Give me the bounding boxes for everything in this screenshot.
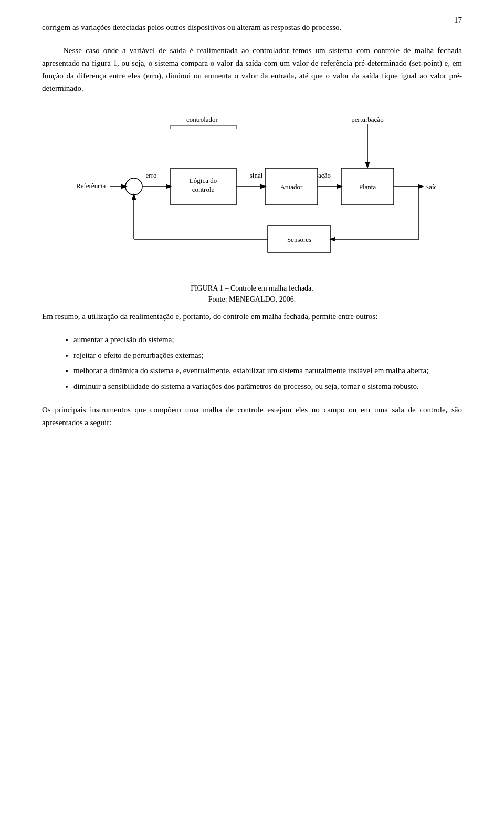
page-number: 17 [454,16,462,25]
svg-text:Referência: Referência [76,182,106,190]
figure-diagram: controlador perturbação Referência + − e… [68,110,436,278]
svg-text:Planta: Planta [359,183,376,191]
paragraph-4: Os principais instrumentos que compõem u… [42,404,462,429]
svg-text:Sensores: Sensores [287,235,311,243]
figure-caption: FIGURA 1 – Controle em malha fechada. Fo… [191,283,313,305]
svg-text:Lógica do: Lógica do [190,177,217,184]
svg-text:sinal: sinal [250,171,263,179]
svg-text:controle: controle [192,185,215,193]
paragraph-3: Em resumo, a utilização da realimentação… [42,310,462,323]
list-item: melhorar a dinâmica do sistema e, eventu… [74,364,462,378]
svg-text:perturbação: perturbação [351,116,383,123]
list-item: diminuir a sensibilidade do sistema a va… [74,380,462,394]
list-item: rejeitar o efeito de perturbações extern… [74,349,462,363]
bullet-list: aumentar a precisão do sistema; rejeitar… [74,333,462,393]
svg-text:Atuador: Atuador [280,183,303,191]
list-item: aumentar a precisão do sistema; [74,333,462,347]
svg-text:−: − [130,191,134,199]
paragraph-2: Nesse caso onde a variável de saída é re… [42,44,462,95]
svg-text:Saída: Saída [425,183,436,191]
figure-container: controlador perturbação Referência + − e… [42,110,462,305]
paragraph-1: corrigem as variações detectadas pelos o… [42,21,462,34]
svg-text:controlador: controlador [186,116,218,123]
svg-text:erro: erro [146,171,157,179]
svg-text:ação: ação [318,171,331,179]
